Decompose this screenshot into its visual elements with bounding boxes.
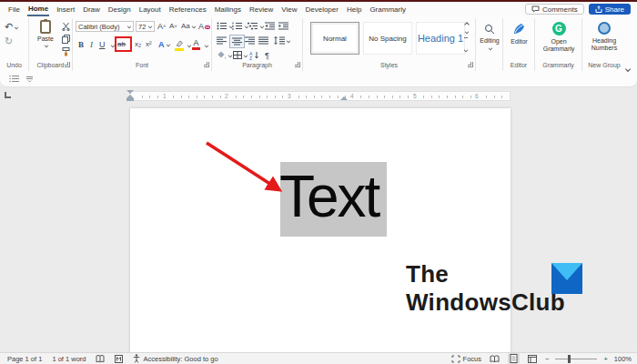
- multilevel-list-button[interactable]: [248, 22, 264, 30]
- style-heading-1[interactable]: Heading 1: [416, 22, 465, 55]
- styles-dialog-launcher[interactable]: [468, 62, 473, 67]
- tab-grammarly[interactable]: Grammarly: [369, 4, 407, 15]
- style-normal[interactable]: Normal: [310, 22, 359, 55]
- cut-button[interactable]: [62, 22, 70, 31]
- tab-review[interactable]: Review: [248, 4, 274, 15]
- tab-selector[interactable]: [5, 92, 11, 98]
- read-mode-button[interactable]: [488, 354, 501, 364]
- shading-button[interactable]: [217, 51, 232, 59]
- font-dialog-launcher[interactable]: [204, 62, 209, 67]
- shading-caret: [228, 53, 233, 57]
- tab-developer[interactable]: Developer: [304, 4, 339, 15]
- tab-design[interactable]: Design: [107, 4, 132, 15]
- grow-font-button[interactable]: A˄: [157, 22, 167, 31]
- clipboard-dialog-launcher[interactable]: [65, 62, 70, 67]
- increase-indent-button[interactable]: [278, 22, 288, 30]
- bold-button[interactable]: B: [78, 40, 84, 49]
- underline-letter: U: [99, 40, 106, 49]
- undo-dropdown-caret[interactable]: [15, 25, 19, 29]
- text-effects-button[interactable]: A: [158, 40, 170, 49]
- show-formatting-button[interactable]: ¶: [265, 51, 269, 60]
- numbering-button[interactable]: [232, 22, 248, 30]
- tab-help[interactable]: Help: [346, 4, 362, 15]
- superscript-button[interactable]: x²: [146, 40, 152, 48]
- tab-file[interactable]: File: [7, 4, 21, 15]
- text-lines-icon[interactable]: [9, 75, 19, 83]
- font-color-button[interactable]: A: [192, 39, 200, 50]
- tab-references[interactable]: References: [168, 4, 207, 15]
- align-right-button[interactable]: [245, 36, 255, 45]
- underline-button[interactable]: U: [99, 40, 106, 49]
- paste-dropdown-caret[interactable]: [45, 44, 49, 48]
- page-count[interactable]: Page 1 of 1: [7, 355, 42, 363]
- tab-mailings[interactable]: Mailings: [214, 4, 242, 15]
- justify-button[interactable]: [258, 36, 268, 45]
- italic-letter: I: [90, 40, 93, 49]
- line-spacing-button[interactable]: [274, 36, 290, 45]
- web-layout-icon: [528, 355, 537, 363]
- bullets-button[interactable]: [217, 22, 233, 30]
- clear-formatting-button[interactable]: A: [198, 22, 210, 31]
- borders-button[interactable]: [233, 51, 248, 59]
- grammarly-icon-letter: G: [555, 24, 562, 35]
- tab-insert[interactable]: Insert: [56, 4, 76, 15]
- word-count[interactable]: 1 of 1 word: [52, 355, 86, 363]
- shrink-font-button[interactable]: A˅: [169, 22, 177, 30]
- ribbon-group-styles: Normal No Spacing Heading 1 Styles: [303, 18, 476, 71]
- decrease-indent-button[interactable]: [265, 22, 275, 30]
- indent-marker-left[interactable]: [126, 90, 134, 101]
- strikethrough-button[interactable]: ab: [117, 40, 126, 48]
- styles-scroll-up[interactable]: [464, 22, 470, 27]
- tab-layout[interactable]: Layout: [138, 4, 162, 15]
- undo-button[interactable]: ↶: [5, 21, 18, 33]
- editor-button[interactable]: Editor: [503, 22, 535, 46]
- align-left-button[interactable]: [217, 36, 227, 45]
- accessibility-status[interactable]: Accessibility: Good to go: [133, 354, 217, 363]
- highlight-caret[interactable]: [187, 44, 192, 48]
- change-case-button[interactable]: Aa: [181, 22, 196, 30]
- zoom-out-button[interactable]: −: [545, 355, 549, 363]
- zoom-slider[interactable]: [555, 359, 597, 359]
- copy-button[interactable]: [62, 35, 70, 44]
- paste-button[interactable]: Paste: [32, 20, 59, 47]
- font-color-caret[interactable]: [205, 44, 209, 48]
- proofing-book-icon[interactable]: [96, 355, 105, 363]
- comments-button[interactable]: Comments: [525, 4, 584, 15]
- ruler-band[interactable]: 1 2 3 4 5 6: [130, 91, 511, 101]
- menu-bar: File Home Insert Draw Design Layout Refe…: [0, 2, 637, 16]
- styles-scroll-down[interactable]: [465, 30, 470, 35]
- zoom-slider-handle[interactable]: [568, 355, 571, 363]
- numbered-list-icon: [232, 22, 243, 30]
- heading-numbers-button[interactable]: Heading Numbers: [582, 22, 626, 52]
- ribbon-collapse-chevron[interactable]: [625, 66, 631, 72]
- highlight-color-button[interactable]: [175, 40, 184, 51]
- tab-draw[interactable]: Draw: [82, 4, 101, 15]
- share-button[interactable]: Share: [589, 4, 631, 15]
- style-no-spacing[interactable]: No Spacing: [363, 22, 412, 55]
- zoom-level[interactable]: 100%: [614, 355, 632, 363]
- web-layout-button[interactable]: [526, 354, 539, 364]
- tab-view[interactable]: View: [280, 4, 298, 15]
- sort-button[interactable]: AZ: [249, 51, 259, 60]
- print-layout-button[interactable]: [508, 353, 520, 364]
- zoom-in-button[interactable]: +: [603, 355, 607, 363]
- styles-gallery-more[interactable]: [464, 37, 468, 56]
- tab-home[interactable]: Home: [27, 3, 49, 16]
- editing-button[interactable]: Editing: [476, 24, 503, 50]
- font-name-combo[interactable]: Calibri (Body): [76, 21, 134, 32]
- focus-mode-button[interactable]: Focus: [451, 355, 481, 363]
- open-grammarly-button[interactable]: G Open Grammarly: [535, 22, 582, 53]
- font-size-combo[interactable]: 72: [136, 21, 155, 32]
- magnifier-icon: [484, 24, 495, 35]
- subscript-button[interactable]: x₂: [135, 40, 141, 48]
- italic-button[interactable]: I: [90, 40, 93, 49]
- highlight-color-bar: [175, 48, 184, 51]
- redo-button[interactable]: ↻: [5, 35, 13, 47]
- indent-marker-right[interactable]: [340, 96, 348, 100]
- macro-icon[interactable]: [115, 355, 123, 363]
- format-painter-button[interactable]: [62, 47, 70, 56]
- comment-bubble-icon: [531, 5, 540, 13]
- paragraph-dialog-launcher[interactable]: [295, 62, 300, 67]
- align-center-button[interactable]: [229, 35, 245, 48]
- spacing-options-icon[interactable]: [25, 75, 34, 83]
